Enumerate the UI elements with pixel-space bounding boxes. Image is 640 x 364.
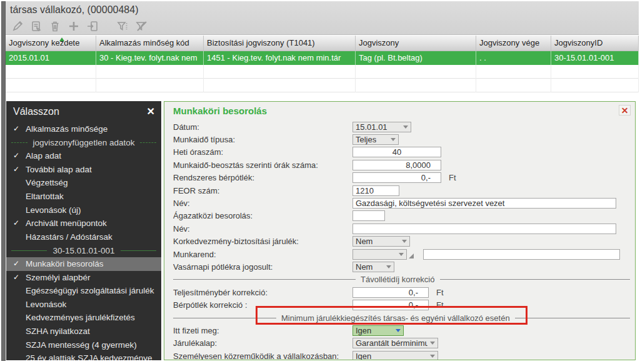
- agazatkozi-nev-input[interactable]: [352, 224, 616, 234]
- field-label: Munkarend:: [173, 250, 352, 259]
- sidebar-item[interactable]: SZHA nyilatkozat: [6, 325, 161, 338]
- field-label: Munkaidő típusa:: [173, 135, 352, 144]
- jarulekalap-dropdown[interactable]: Garantált bérminimum: [352, 338, 438, 348]
- separator-line: [11, 142, 28, 143]
- sidebar-item-list: ✓Alkalmazás minőségejogviszonyfüggetlen …: [6, 122, 161, 360]
- filter-funnel-icon[interactable]: [113, 19, 132, 34]
- vasarnapi-potlek-dropdown[interactable]: Nem: [352, 262, 394, 272]
- feor-szam-input[interactable]: 1210: [352, 185, 399, 196]
- sidebar-item[interactable]: Egészségügyi szolgáltatási járulék: [6, 284, 161, 298]
- close-icon[interactable]: ✕: [619, 105, 631, 116]
- sidebar-item[interactable]: Házastárs / Adóstársak: [6, 230, 161, 244]
- itt-fizeti-meg-dropdown[interactable]: Igen: [352, 325, 404, 336]
- menu-sidebar: Válasszon ✕ ✓Alkalmazás minőségejogviszo…: [6, 101, 161, 360]
- field-label: Itt fizeti meg:: [173, 326, 352, 335]
- separator-line: [440, 279, 631, 280]
- column-header[interactable]: Jogviszony: [356, 36, 476, 51]
- sidebar-item-label: Munkaköri besorolás: [26, 259, 104, 268]
- field-label: Név:: [173, 224, 352, 234]
- munkarend-dropdown[interactable]: [352, 249, 407, 260]
- sidebar-item[interactable]: ✓Személyi alapbér: [6, 271, 161, 285]
- form-row: Teljesítménybér korrekció:0,-Ft: [164, 286, 635, 298]
- chevron-down-icon: [430, 342, 435, 345]
- sidebar-item[interactable]: SZJA mentesség (4 gyermek): [6, 338, 161, 352]
- report-document-icon[interactable]: [27, 19, 46, 34]
- sidebar-item[interactable]: ✓Alap adat: [6, 149, 161, 163]
- table-cell: [96, 79, 204, 92]
- text-input[interactable]: [423, 249, 620, 260]
- sidebar-item[interactable]: ✓Alkalmazás minősége: [6, 122, 161, 136]
- field-label: Dátum:: [173, 122, 352, 132]
- table-row[interactable]: 2015.01.0130 - Kieg.tev. folyt.nak nem14…: [6, 51, 639, 65]
- window-title: társas vállakozó, (00000484): [10, 4, 138, 16]
- separator-line: [140, 142, 156, 143]
- table-cell[interactable]: . .: [476, 51, 551, 65]
- filter-clear-icon[interactable]: [132, 19, 151, 34]
- korkedvezmeny-dropdown[interactable]: Nem: [352, 236, 410, 247]
- close-icon[interactable]: ✕: [147, 106, 155, 117]
- heti-oraszam-input[interactable]: 40: [352, 147, 441, 157]
- sidebar-item[interactable]: 25 év alattiak SZJA kedvezménye: [6, 352, 161, 360]
- table-cell[interactable]: 1451 - Kieg.tev. folyt.nak nem min.tár: [204, 51, 356, 65]
- table-cell[interactable]: 30 - Kieg.tev. folyt.nak nem: [96, 51, 204, 65]
- unit-label: Ft: [449, 173, 456, 182]
- sidebar-item[interactable]: Végzettség: [6, 176, 161, 190]
- sidebar-item[interactable]: ✓Archivált menüpontok: [6, 217, 161, 230]
- table-cell[interactable]: 2015.01.01: [6, 51, 96, 65]
- form-row: Név:Gazdasági, költségvetési szervezet v…: [164, 197, 635, 209]
- munkaido-tipusa-dropdown[interactable]: Teljes: [352, 134, 399, 145]
- sidebar-item[interactable]: Eltartottak: [6, 190, 161, 204]
- chevron-down-icon: [403, 125, 408, 129]
- form-row: Munkarend:: [164, 248, 635, 260]
- separator-line: [515, 318, 630, 318]
- beosztas-orak-input[interactable]: 8,0000: [352, 160, 441, 170]
- import-document-icon[interactable]: [83, 19, 102, 34]
- sidebar-item[interactable]: ✓Munkaköri besorolás: [6, 257, 161, 271]
- column-header[interactable]: Jogviszony vége: [476, 36, 551, 51]
- form-row: Járulékalap:Garantált bérminimum: [164, 337, 635, 350]
- separator-line: [173, 279, 356, 280]
- delete-trash-icon[interactable]: [46, 19, 64, 34]
- sidebar-item[interactable]: Levonások: [6, 298, 161, 312]
- dropdown-value: Igen: [356, 326, 371, 335]
- check-icon: ✓: [13, 122, 19, 136]
- table-cell[interactable]: 30-15.01.01-001: [551, 51, 639, 65]
- group-separator: Távollétidíj korrekció: [164, 273, 635, 286]
- form-row: Ágazatközi besorolás:: [164, 210, 635, 222]
- panel-title: Munkaköri besorolás: [173, 106, 267, 116]
- rendszeres-berpotlek-input[interactable]: 0,-: [352, 172, 441, 183]
- dropdown-value: Igen: [356, 352, 371, 360]
- edit-pencil-icon[interactable]: [8, 19, 27, 34]
- column-header-label: Jogviszony: [359, 38, 399, 47]
- sidebar-item-label: SZJA mentesség (4 gyermek): [26, 340, 137, 350]
- sidebar-item[interactable]: ✓További alap adat: [6, 163, 161, 177]
- szemelyesen-kozremukodik-dropdown[interactable]: Igen: [352, 351, 438, 360]
- table-row-empty: [6, 79, 639, 92]
- column-header[interactable]: Biztosítási jogviszony (T1041): [204, 36, 356, 51]
- berpotlek-korrekcio-input[interactable]: 0,-: [352, 300, 429, 310]
- feor-nev-input[interactable]: Gazdasági, költségvetési szervezet vezet: [352, 198, 616, 209]
- field-label: FEOR szám:: [173, 186, 352, 195]
- table-cell: [356, 65, 476, 79]
- sidebar-item-label: SZHA nyilatkozat: [26, 327, 90, 336]
- table-row-empty: [6, 65, 639, 79]
- form-row: Rendszeres bérpótlék:0,-Ft: [164, 172, 635, 184]
- form-row: Korkedvezmény-biztosítási járulék:Nem: [164, 235, 635, 248]
- expand-corner-icon[interactable]: [409, 253, 414, 258]
- field-label: Korkedvezmény-biztosítási járulék:: [173, 237, 352, 246]
- table-cell: [6, 65, 96, 79]
- column-header[interactable]: JogviszonyID: [551, 36, 639, 51]
- agazatkozi-besorolas-input[interactable]: [352, 210, 385, 221]
- column-header[interactable]: Alkalmazás minőség kód: [96, 36, 204, 51]
- chevron-down-icon: [396, 329, 401, 332]
- column-header[interactable]: Jogviszony kezdete: [6, 36, 96, 51]
- add-plus-icon[interactable]: [64, 19, 83, 34]
- chevron-down-icon: [402, 240, 407, 243]
- chevron-down-icon: [386, 265, 391, 268]
- datum-dropdown[interactable]: 15.01.01: [352, 122, 411, 132]
- check-icon: ✓: [13, 271, 19, 285]
- sidebar-item[interactable]: Kedvezményes járulékfizetés: [6, 311, 161, 325]
- sidebar-item[interactable]: Levonások (új): [6, 204, 161, 217]
- table-cell[interactable]: Tag (pl. Bt.beltag): [356, 51, 476, 65]
- teljesitmenyber-korrekcio-input[interactable]: 0,-: [352, 287, 429, 298]
